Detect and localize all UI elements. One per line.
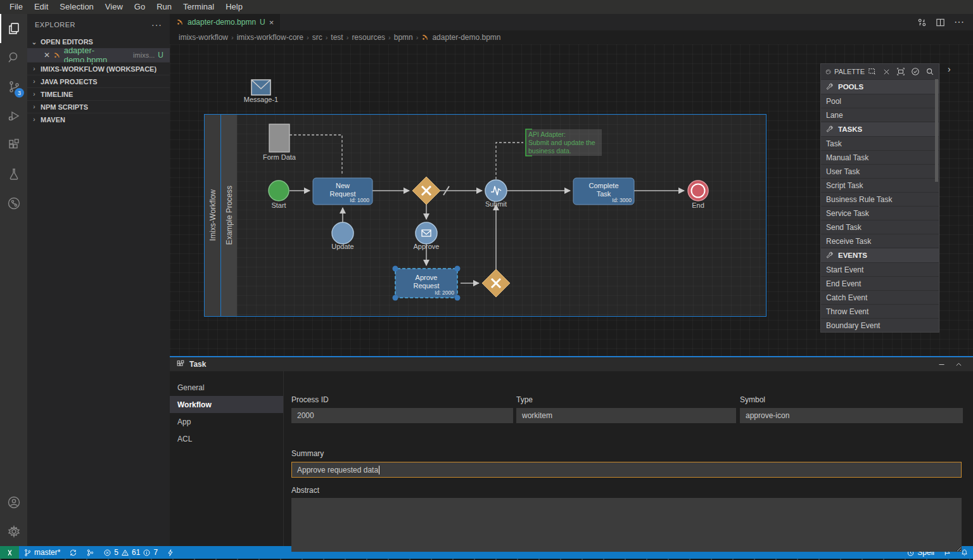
menu-edit[interactable]: Edit (29, 0, 54, 14)
palette-item-lane[interactable]: Lane (821, 108, 939, 122)
marquee-select-icon[interactable] (868, 67, 877, 76)
process-id-field[interactable] (291, 408, 513, 423)
delete-icon[interactable] (882, 68, 891, 76)
sidebar-item-npm-scripts[interactable]: › NPM SCRIPTS (27, 100, 170, 113)
menu-run[interactable]: Run (151, 0, 177, 14)
end-event-shape[interactable] (688, 181, 708, 201)
approve-event-shape[interactable] (416, 222, 437, 244)
submit-event-shape[interactable] (485, 180, 507, 201)
breadcrumb-item[interactable]: src (312, 33, 322, 42)
explorer-icon[interactable] (0, 14, 27, 43)
palette-item-end-event[interactable]: End Event (821, 276, 939, 290)
run-debug-icon[interactable] (0, 101, 27, 130)
explorer-more-icon[interactable]: ··· (151, 20, 162, 30)
more-actions-icon[interactable]: ··· (954, 16, 964, 28)
palette-item-throw-event[interactable]: Throw Event (821, 304, 939, 318)
problems-status[interactable]: 5 61 7 (99, 546, 162, 559)
task-complete[interactable]: Complete Task Id: 3000 (573, 178, 634, 205)
palette-item-task[interactable]: Task (821, 136, 939, 150)
palette-item-pool[interactable]: Pool (821, 94, 939, 108)
palette-item-send-task[interactable]: Send Task (821, 220, 939, 234)
palette-section-events[interactable]: EVENTS (821, 248, 939, 262)
close-editor-icon[interactable]: ✕ (44, 51, 50, 60)
menu-file[interactable]: File (4, 0, 29, 14)
palette-item-receive-task[interactable]: Receive Task (821, 234, 939, 248)
open-editor-item[interactable]: ✕ adapter-demo.bpmn imixs... U (27, 48, 170, 62)
fit-to-screen-icon[interactable] (896, 67, 905, 76)
validate-icon[interactable] (911, 67, 920, 76)
form-data-shape[interactable] (269, 124, 289, 152)
palette-item-catch-event[interactable]: Catch Event (821, 290, 939, 304)
palette-item-service-task[interactable]: Service Task (821, 206, 939, 220)
gateway-2[interactable] (482, 269, 510, 297)
tab-app[interactable]: App (170, 413, 283, 430)
split-editor-icon[interactable] (936, 18, 945, 27)
breadcrumb-item[interactable]: resources (352, 33, 385, 42)
settings-gear-icon[interactable] (0, 517, 27, 546)
sidebar-item-java-projects[interactable]: › JAVA PROJECTS (27, 75, 170, 87)
menu-go[interactable]: Go (129, 0, 151, 14)
git-branch-status[interactable]: master* (19, 546, 65, 559)
abstract-field[interactable] (291, 498, 962, 552)
open-changes-icon[interactable] (917, 18, 927, 27)
palette-scrollbar[interactable] (935, 79, 938, 182)
breadcrumb-item[interactable]: test (331, 33, 343, 42)
text-annotation[interactable]: API Adapter: Submit and update the busin… (526, 129, 602, 156)
palette-section-pools[interactable]: POOLS (821, 79, 939, 94)
gateway-1[interactable] (412, 177, 440, 205)
testing-icon[interactable] (0, 160, 27, 189)
selection-handle[interactable] (455, 266, 461, 272)
symbol-field[interactable] (740, 408, 963, 423)
summary-field[interactable]: Approve requested data (291, 462, 962, 478)
selection-handle[interactable] (393, 295, 398, 301)
menu-selection[interactable]: Selection (54, 0, 99, 14)
sidebar-item-workspace[interactable]: › IMIXS-WORKFLOW (WORKSPACE) (27, 62, 170, 75)
gitlens-icon[interactable] (0, 189, 27, 218)
tab-general[interactable]: General (170, 379, 283, 396)
update-event-shape[interactable] (332, 222, 353, 244)
git-graph-status[interactable] (82, 546, 99, 559)
power-status[interactable] (162, 546, 179, 559)
chevron-up-icon[interactable] (955, 360, 963, 369)
association-annotation[interactable] (496, 143, 523, 179)
remote-indicator[interactable] (0, 546, 19, 559)
extensions-icon[interactable] (0, 130, 27, 160)
sidebar-item-timeline[interactable]: › TIMELINE (27, 87, 170, 100)
palette-section-tasks[interactable]: TASKS (821, 122, 939, 136)
selection-handle[interactable] (455, 295, 461, 301)
palette-item-manual-task[interactable]: Manual Task (821, 150, 939, 164)
start-event-shape[interactable] (269, 181, 289, 201)
sidebar-item-maven[interactable]: › MAVEN (27, 113, 170, 125)
bpmn-canvas[interactable]: Imixs-Workflow Example Process (170, 44, 973, 356)
tab-close-icon[interactable]: × (269, 18, 274, 27)
task-aprove-request-selected[interactable]: Aprove Request Id: 2000 (393, 266, 461, 301)
tab-acl[interactable]: ACL (170, 430, 283, 447)
menu-view[interactable]: View (99, 0, 129, 14)
palette-item-business-rule-task[interactable]: Business Rule Task (821, 192, 939, 206)
palette-item-boundary-event[interactable]: Boundary Event (821, 318, 939, 332)
source-control-icon[interactable]: 3 (0, 72, 27, 101)
association-form-data[interactable] (289, 135, 342, 175)
breadcrumb-item[interactable]: imixs-workflow-core (237, 33, 303, 42)
breadcrumb-item[interactable]: imixs-workflow (179, 33, 228, 42)
sync-status[interactable] (65, 546, 82, 559)
menu-terminal[interactable]: Terminal (177, 0, 220, 14)
svg-text:Submit and update the: Submit and update the (528, 139, 595, 146)
breadcrumb-item-file[interactable]: adapter-demo.bpmn (432, 33, 500, 42)
message-1-shape[interactable] (251, 80, 270, 95)
search-icon[interactable] (0, 43, 27, 72)
tab-adapter-demo[interactable]: adapter-demo.bpmn U × (170, 14, 280, 30)
palette-item-user-task[interactable]: User Task (821, 164, 939, 178)
selection-handle[interactable] (393, 266, 398, 272)
minimize-icon[interactable] (938, 360, 946, 369)
palette-search-icon[interactable] (925, 67, 934, 76)
palette-item-script-task[interactable]: Script Task (821, 178, 939, 192)
account-icon[interactable] (0, 488, 27, 517)
tab-workflow[interactable]: Workflow (170, 396, 283, 413)
palette-item-start-event[interactable]: Start Event (821, 262, 939, 276)
breadcrumb-item[interactable]: bpmn (394, 33, 413, 42)
task-new-request[interactable]: New Request Id: 1000 (313, 178, 372, 205)
menu-help[interactable]: Help (220, 0, 248, 14)
palette-collapse-icon[interactable]: › (948, 64, 958, 75)
type-field[interactable] (516, 408, 736, 423)
